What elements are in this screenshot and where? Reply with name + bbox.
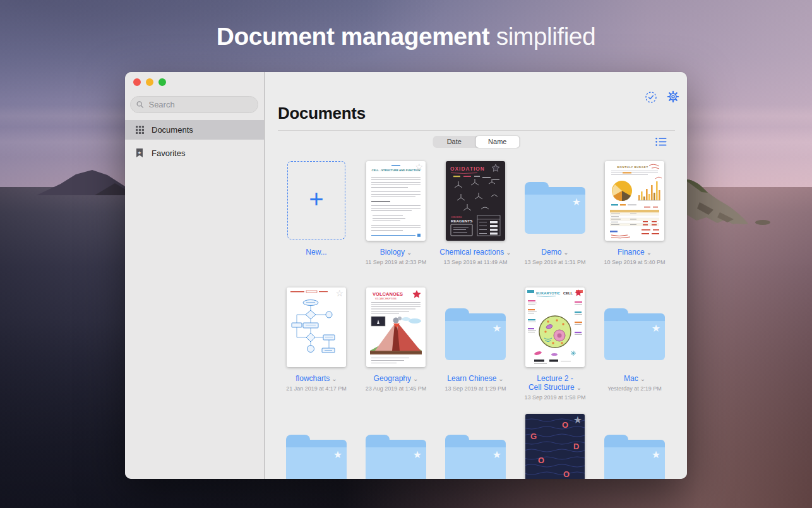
sidebar-item-label: Documents xyxy=(152,125,193,135)
sort-by-name-segment[interactable]: Name xyxy=(476,136,520,148)
svg-text:O: O xyxy=(563,469,570,479)
hero-title: Document management simplified xyxy=(0,23,812,51)
minimize-button[interactable] xyxy=(146,78,153,86)
tile-folder-demo[interactable]: ★ Demo⌄ 13 Sep 2019 at 1:31 PM xyxy=(515,161,595,265)
folder-thumbnail: ★ xyxy=(525,182,585,234)
document-thumbnail: VOLCANOES VOLCANIC ERUPTIONS xyxy=(366,287,426,367)
tile-folder[interactable]: ★ xyxy=(595,414,674,479)
favorite-star-icon: ★ xyxy=(652,322,660,334)
gear-icon xyxy=(667,90,679,103)
svg-text:★: ★ xyxy=(138,150,141,155)
tile-label[interactable]: Chemical reactions⌄ xyxy=(436,248,515,257)
favorite-star-icon: ★ xyxy=(652,449,660,461)
traffic-lights xyxy=(133,78,166,86)
tile-finance[interactable]: MONTHLY BUDGET xyxy=(595,161,674,265)
document-thumbnail: CELL - STRUCTURE AND FUNCTION ☆ xyxy=(366,161,426,241)
tile-date: 13 Sep 2019 at 1:31 PM xyxy=(515,259,595,265)
folder-thumbnail: ★ xyxy=(366,435,426,479)
tile-date: 23 Aug 2019 at 1:45 PM xyxy=(356,385,436,392)
document-thumbnail: MONTHLY BUDGET xyxy=(605,161,664,241)
chevron-down-icon: ⌄ xyxy=(640,375,645,382)
favorite-star-icon: ★ xyxy=(573,414,582,426)
favorite-star-icon: ★ xyxy=(413,449,422,461)
folder-thumbnail: ★ xyxy=(445,435,506,479)
tile-new-document[interactable]: + New... xyxy=(277,161,356,257)
tile-label[interactable]: New... xyxy=(277,248,356,257)
tile-notebook-cover[interactable]: G O D O O ★ xyxy=(515,414,595,479)
checklist-button[interactable] xyxy=(645,91,657,104)
svg-text:O: O xyxy=(562,420,568,430)
tile-date: 21 Jan 2019 at 4:17 PM xyxy=(277,385,356,392)
sort-by-date-segment[interactable]: Date xyxy=(433,136,476,148)
search-input[interactable] xyxy=(147,99,252,110)
sidebar-item-favorites[interactable]: ★ Favorites xyxy=(125,143,264,163)
favorite-star-icon: ★ xyxy=(493,322,501,334)
svg-text:CELL - STRUCTURE AND FUNCTION: CELL - STRUCTURE AND FUNCTION xyxy=(372,169,421,172)
hero-title-light: simplified xyxy=(489,23,595,50)
svg-text:EUKARYOTIC: EUKARYOTIC xyxy=(536,291,561,295)
chevron-down-icon: ⌄ xyxy=(563,249,568,256)
sidebar-item-documents[interactable]: Documents xyxy=(125,120,264,140)
list-view-icon xyxy=(655,137,667,147)
sort-segmented-control: Date Name xyxy=(433,136,519,148)
zoom-button[interactable] xyxy=(158,78,166,86)
svg-text:G: G xyxy=(530,432,537,441)
plus-icon: + xyxy=(309,186,323,212)
folder-thumbnail: ★ xyxy=(286,435,347,479)
chevron-down-icon: ⌄ xyxy=(407,249,412,256)
tile-lecture-2-cell-structure[interactable]: EUKARYOTIC CELL xyxy=(515,287,595,401)
tile-label[interactable]: Lecture 2 - Cell Structure⌄ xyxy=(515,374,595,392)
favorite-star-icon: ★ xyxy=(493,449,501,461)
document-thumbnail: OXIDATION OXIDISING REAGENT xyxy=(446,161,505,241)
documents-grid-icon xyxy=(135,126,144,134)
svg-text:O: O xyxy=(538,456,544,465)
divider xyxy=(278,130,675,131)
tile-date: 13 Sep 2019 at 1:58 PM xyxy=(515,394,595,401)
tile-date: Yesterday at 2:19 PM xyxy=(595,385,674,392)
chevron-down-icon: ⌄ xyxy=(498,375,503,382)
chevron-down-icon: ⌄ xyxy=(331,375,337,382)
close-button[interactable] xyxy=(133,78,141,86)
tile-folder-learn-chinese[interactable]: ★ Learn Chinese⌄ 13 Sep 2019 at 1:29 PM xyxy=(436,287,515,392)
settings-button[interactable] xyxy=(667,90,679,103)
svg-text:REAGENTS: REAGENTS xyxy=(451,219,472,223)
tile-geography[interactable]: VOLCANOES VOLCANIC ERUPTIONS xyxy=(356,287,436,392)
tile-flowcharts[interactable]: ☆ flowcharts⌄ 21 Jan 2019 at 4:17 PM xyxy=(277,287,356,392)
tile-folder-mac[interactable]: ★ Mac⌄ Yesterday at 2:19 PM xyxy=(595,287,674,392)
favorite-star-icon: ☆ xyxy=(335,288,343,298)
tile-date: 11 Sep 2019 at 2:33 PM xyxy=(356,259,436,265)
svg-text:VOLCANIC ERUPTIONS: VOLCANIC ERUPTIONS xyxy=(375,298,397,300)
favorite-star-icon: ★ xyxy=(333,449,342,461)
notebook-cover-thumbnail: G O D O O ★ xyxy=(525,414,585,479)
tile-biology[interactable]: CELL - STRUCTURE AND FUNCTION ☆ xyxy=(356,161,436,265)
list-view-button[interactable] xyxy=(655,137,667,147)
main-content: Documents Date Name + xyxy=(265,72,687,479)
folder-thumbnail: ★ xyxy=(604,435,665,479)
sidebar-item-label: Favorites xyxy=(152,148,185,158)
bookmark-star-icon: ★ xyxy=(135,148,144,158)
tile-chemical-reactions[interactable]: OXIDATION OXIDISING REAGENT xyxy=(436,161,515,265)
tile-label[interactable]: Mac⌄ xyxy=(595,374,674,384)
new-document-dropzone[interactable]: + xyxy=(287,161,345,239)
search-icon xyxy=(136,100,143,109)
folder-thumbnail: ★ xyxy=(604,308,665,360)
tile-label[interactable]: Finance⌄ xyxy=(595,248,674,257)
tile-label[interactable]: Biology⌄ xyxy=(356,248,436,257)
chevron-down-icon: ⌄ xyxy=(413,375,418,382)
tile-label[interactable]: flowcharts⌄ xyxy=(277,374,356,384)
check-circle-dashed-icon xyxy=(645,91,657,104)
tile-label[interactable]: Learn Chinese⌄ xyxy=(436,374,515,384)
tile-label[interactable]: Demo⌄ xyxy=(515,248,595,257)
folder-thumbnail: ★ xyxy=(445,308,506,360)
search-field[interactable] xyxy=(130,96,258,113)
tile-folder[interactable]: ★ xyxy=(356,414,436,479)
svg-text:MONTHLY BUDGET: MONTHLY BUDGET xyxy=(617,166,648,169)
tile-date: 13 Sep 2019 at 1:29 PM xyxy=(436,385,515,392)
tile-date: 10 Sep 2019 at 5:40 PM xyxy=(595,259,674,265)
sidebar: Documents ★ Favorites xyxy=(125,72,265,479)
tile-label[interactable]: Geography⌄ xyxy=(356,374,436,384)
tile-folder[interactable]: ★ xyxy=(436,414,515,479)
chevron-down-icon: ⌄ xyxy=(506,249,511,256)
chevron-down-icon: ⌄ xyxy=(647,249,652,256)
tile-folder[interactable]: ★ xyxy=(277,414,356,479)
